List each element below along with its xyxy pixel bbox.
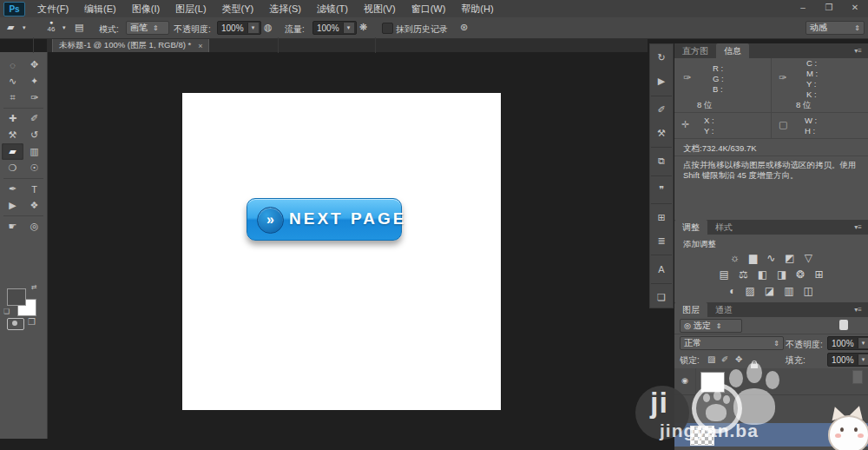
menu-edit[interactable]: 编辑(E) <box>76 3 124 16</box>
panel-menu-icon[interactable]: ▾≡ <box>854 220 868 235</box>
toggle-brush-panel-icon[interactable]: ▤ <box>75 22 83 33</box>
menu-window[interactable]: 窗口(W) <box>404 3 454 16</box>
adjustment-invert-icon[interactable]: ◐ <box>729 285 735 297</box>
adjustment-selective-color-icon[interactable]: ◫ <box>803 285 812 297</box>
type-tool[interactable]: T <box>23 181 45 197</box>
flow-field[interactable]: 100% ▾ <box>312 21 357 35</box>
layer-thumbnail-transparent[interactable] <box>690 426 714 446</box>
layer-filter-dropdown[interactable]: ◎ 选定 ⇕ <box>680 319 742 333</box>
menu-layer[interactable]: 图层(L) <box>168 3 214 16</box>
history-brush-tool[interactable]: ↺ <box>23 127 45 143</box>
layers-opacity-field[interactable]: 100% ▾ <box>827 336 868 350</box>
history-panel-icon[interactable]: ↻ <box>651 48 672 68</box>
quick-mask-button[interactable] <box>7 318 24 330</box>
spot-healing-brush-tool[interactable]: ✚ <box>2 110 23 127</box>
erase-to-history-checkbox[interactable] <box>382 23 393 34</box>
paragraph-panel-icon[interactable]: ≣ <box>651 231 672 251</box>
elliptical-marquee-tool[interactable]: ◌ <box>2 56 23 73</box>
tab-info[interactable]: 信息 <box>716 43 749 58</box>
pen-tool[interactable]: ✒ <box>2 181 23 197</box>
layer-comps-panel-icon[interactable]: ⧉ <box>651 151 672 171</box>
tablet-pressure-size-icon[interactable]: ⊛ <box>460 22 468 33</box>
adjustment-exposure-icon[interactable]: ◩ <box>785 252 794 264</box>
default-colors-icon[interactable]: ❏ <box>3 308 10 315</box>
visibility-eye-icon[interactable]: ◉ <box>681 376 688 385</box>
zoom-tool[interactable]: ◎ <box>23 218 45 235</box>
eraser-tool[interactable]: ▰ <box>2 143 23 160</box>
adjustment-curves-icon[interactable]: ∿ <box>766 252 775 264</box>
tool-presets-panel-icon[interactable]: ⚒ <box>651 123 672 143</box>
workspace-switcher[interactable]: 动感 ⇕ <box>806 21 865 35</box>
dodge-tool[interactable]: ☉ <box>23 160 45 176</box>
lasso-tool[interactable]: ∿ <box>2 73 23 89</box>
adjustment-photo-filter-icon[interactable]: ◨ <box>777 268 786 281</box>
layer-thumbnail[interactable] <box>700 372 725 393</box>
lock-position-icon[interactable]: ✥ <box>735 354 742 364</box>
notes-panel-icon[interactable]: ❞ <box>651 179 672 199</box>
actions-panel-icon[interactable]: ▶ <box>651 71 672 91</box>
tab-histogram[interactable]: 直方图 <box>674 43 716 58</box>
menu-file[interactable]: 文件(F) <box>30 3 76 16</box>
eraser-preset-icon[interactable]: ▰ <box>7 22 14 33</box>
adjustment-hue-saturation-icon[interactable]: ▤ <box>720 268 729 281</box>
path-selection-tool[interactable]: ▶ <box>2 197 23 214</box>
document-tab-close-icon[interactable]: × <box>198 42 202 50</box>
document-tab[interactable]: 未标题-1 @ 100% (图层 1, RGB/8) * × <box>52 38 209 52</box>
clone-source-panel-icon[interactable]: ❏ <box>651 288 672 308</box>
mode-dropdown[interactable]: 画笔 ⇕ <box>126 21 169 35</box>
adjustment-vibrance-icon[interactable]: ▽ <box>805 252 812 264</box>
opacity-field[interactable]: 100% ▾ <box>217 21 261 35</box>
menu-view[interactable]: 视图(V) <box>356 3 404 16</box>
panel-menu-icon[interactable]: ▾≡ <box>854 302 868 317</box>
adjustment-levels-icon[interactable]: ▆ <box>749 252 757 264</box>
layer-row[interactable]: ◉ <box>674 368 868 395</box>
blend-mode-dropdown[interactable]: 正常 ⇕ <box>680 336 784 350</box>
hand-tool[interactable]: ☛ <box>2 218 23 235</box>
minimize-button[interactable]: – <box>792 2 814 14</box>
lock-image-pixels-icon[interactable]: ✐ <box>721 354 728 364</box>
tab-channels[interactable]: 通道 <box>707 302 740 317</box>
gradient-tool[interactable]: ▥ <box>23 143 45 160</box>
tab-styles[interactable]: 样式 <box>707 220 740 235</box>
tab-layers[interactable]: 图层 <box>674 302 707 317</box>
lock-transparent-pixels-icon[interactable]: ▨ <box>707 354 715 364</box>
adjustment-color-balance-icon[interactable]: ⚖ <box>739 268 748 281</box>
brush-tool[interactable]: ✐ <box>23 110 45 127</box>
menu-type[interactable]: 类型(Y) <box>214 3 262 16</box>
brush-picker-caret-icon[interactable]: ▾ <box>62 24 66 31</box>
adjustment-gradient-map-icon[interactable]: ▥ <box>784 285 793 297</box>
restore-button[interactable]: ❐ <box>818 2 840 14</box>
menu-select[interactable]: 选择(S) <box>261 3 309 16</box>
menu-help[interactable]: 帮助(H) <box>453 3 501 16</box>
move-tool[interactable]: ✥ <box>23 56 45 73</box>
character-styles-panel-icon[interactable]: A <box>651 259 672 279</box>
character-panel-icon[interactable]: ⊞ <box>651 208 672 228</box>
adjustment-black-white-icon[interactable]: ◧ <box>758 268 767 281</box>
tab-adjustments[interactable]: 调整 <box>674 220 707 235</box>
adjustment-channel-mixer-icon[interactable]: ❂ <box>796 268 805 281</box>
airbrush-icon[interactable]: ❋ <box>359 22 367 33</box>
brush-presets-panel-icon[interactable]: ✐ <box>651 100 672 120</box>
screen-mode-button[interactable]: ❐ <box>28 317 36 327</box>
menu-image[interactable]: 图像(I) <box>124 3 168 16</box>
tool-preset-caret-icon[interactable]: ▾ <box>23 24 26 31</box>
eyedropper-tool[interactable]: ✑ <box>23 89 45 106</box>
panel-menu-icon[interactable]: ▾≡ <box>854 43 868 58</box>
layer-filter-toggle[interactable] <box>839 320 848 330</box>
canvas-document[interactable]: » NEXT PAGE <box>182 93 501 410</box>
magic-wand-tool[interactable]: ✦ <box>23 73 45 89</box>
adjustment-brightness-contrast-icon[interactable]: ☼ <box>730 252 740 264</box>
menu-filter[interactable]: 滤镜(T) <box>309 3 356 16</box>
scrollbar-thumb[interactable] <box>852 370 863 384</box>
swap-colors-icon[interactable]: ⇄ <box>31 283 37 291</box>
adjustment-posterize-icon[interactable]: ▨ <box>745 285 754 297</box>
close-button[interactable]: ✕ <box>844 2 866 14</box>
clone-stamp-tool[interactable]: ⚒ <box>2 127 23 143</box>
blur-tool[interactable]: ❍ <box>2 160 23 176</box>
foreground-color-swatch[interactable] <box>7 288 26 306</box>
tablet-pressure-opacity-icon[interactable]: ◍ <box>264 22 273 33</box>
custom-shape-tool[interactable]: ❖ <box>23 197 45 214</box>
brush-preset-picker[interactable]: ● 46 <box>40 19 62 36</box>
adjustment-color-lookup-icon[interactable]: ⊞ <box>814 268 823 281</box>
adjustment-threshold-icon[interactable]: ◪ <box>765 285 774 297</box>
